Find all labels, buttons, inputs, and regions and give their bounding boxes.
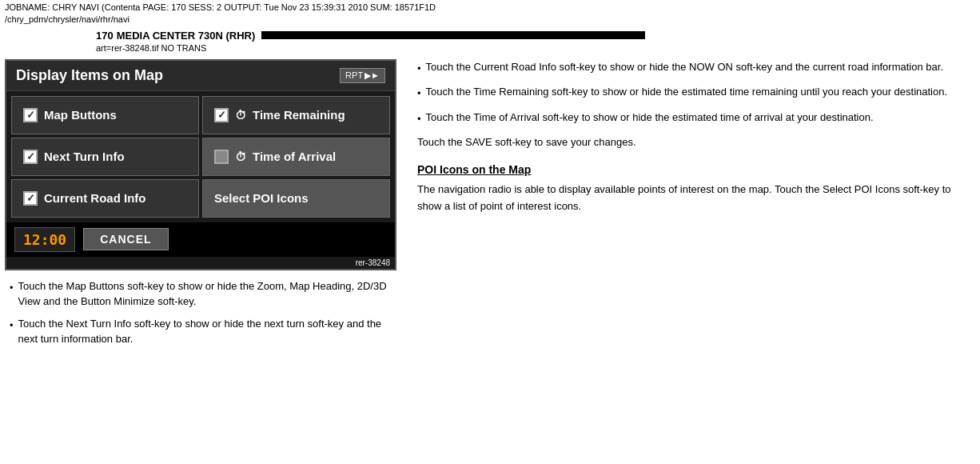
mockup-title: Display Items on Map	[16, 67, 163, 84]
time-of-arrival-cell[interactable]: ⏱ Time of Arrival	[202, 138, 390, 176]
page-number: 170	[96, 30, 114, 42]
time-of-arrival-checkbox[interactable]	[214, 150, 229, 164]
clock-icon-2: ⏱	[235, 150, 246, 163]
mockup-footer: 12:00 CANCEL	[6, 222, 395, 257]
sound-icon: ▶►	[365, 70, 380, 81]
left-bullet-1: • Touch the Map Buttons soft-key to show…	[10, 278, 400, 310]
left-panel: Display Items on Map RPT ▶► Map Buttons …	[5, 59, 404, 354]
map-buttons-cell[interactable]: Map Buttons	[11, 96, 199, 134]
right-bullet-dot-2: •	[417, 86, 421, 102]
rpt-label: RPT	[345, 70, 363, 80]
next-turn-info-cell[interactable]: Next Turn Info	[11, 138, 199, 176]
left-bullet-2: • Touch the Next Turn Info soft-key to s…	[10, 316, 400, 347]
time-remaining-cell[interactable]: ⏱ Time Remaining	[202, 96, 390, 134]
right-bullet-1: • Touch the Current Road Info soft-key t…	[417, 59, 975, 77]
bullet-dot-2: •	[10, 318, 14, 334]
poi-heading-text: POI Icons on the Map	[417, 163, 531, 176]
right-bullet-3: • Touch the Time of Arrival soft-key to …	[417, 110, 975, 127]
art-line: art=rer-38248.tif NO TRANS	[0, 43, 980, 53]
top-header: JOBNAME: CHRY NAVI (Contenta PAGE: 170 S…	[0, 0, 980, 28]
current-road-info-cell[interactable]: Current Road Info	[11, 179, 199, 218]
select-poi-icons-cell[interactable]: Select POI Icons	[202, 179, 390, 218]
right-panel: • Touch the Current Road Info soft-key t…	[417, 59, 975, 354]
mockup-grid: Map Buttons ⏱ Time Remaining Next Turn I…	[6, 91, 395, 222]
next-turn-info-label: Next Turn Info	[44, 150, 125, 163]
mockup-header: Display Items on Map RPT ▶►	[6, 61, 395, 91]
clock-icon-1: ⏱	[235, 109, 246, 122]
right-bullet-dot-3: •	[417, 111, 421, 127]
next-turn-info-checkbox[interactable]	[23, 150, 38, 164]
right-bullet-3-text: Touch the Time of Arrival soft-key to sh…	[426, 110, 874, 126]
time-of-arrival-label: Time of Arrival	[253, 150, 336, 163]
poi-section-heading: POI Icons on the Map	[417, 161, 975, 178]
right-bullet-1-text: Touch the Current Road Info soft-key to …	[426, 59, 943, 75]
time-remaining-checkbox[interactable]	[214, 108, 229, 122]
current-road-info-label: Current Road Info	[44, 191, 146, 205]
map-buttons-checkbox[interactable]	[23, 108, 38, 122]
map-buttons-label: Map Buttons	[44, 108, 117, 122]
save-text: Touch the SAVE soft-key to save your cha…	[417, 134, 975, 151]
mockup-ref: rer-38248	[6, 257, 395, 269]
current-road-info-checkbox[interactable]	[23, 191, 38, 206]
section-title-bar: 170 MEDIA CENTER 730N (RHR)	[0, 28, 980, 43]
right-bullet-dot-1: •	[417, 61, 421, 77]
left-bullet-1-text: Touch the Map Buttons soft-key to show o…	[18, 278, 400, 310]
header-line2: /chry_pdm/chrysler/navi/rhr/navi	[5, 14, 975, 26]
right-bullet-2-text: Touch the Time Remaining soft-key to sho…	[426, 84, 948, 100]
right-bullet-2: • Touch the Time Remaining soft-key to s…	[417, 84, 975, 102]
main-content: Display Items on Map RPT ▶► Map Buttons …	[0, 56, 980, 357]
poi-description: The navigation radio is able to display …	[417, 182, 975, 215]
cancel-button[interactable]: CANCEL	[83, 228, 168, 250]
left-bullets: • Touch the Map Buttons soft-key to show…	[5, 278, 404, 347]
section-title: MEDIA CENTER 730N (RHR)	[117, 30, 256, 42]
header-line1: JOBNAME: CHRY NAVI (Contenta PAGE: 170 S…	[5, 2, 975, 14]
select-poi-icons-label: Select POI Icons	[214, 191, 309, 205]
time-remaining-label: Time Remaining	[253, 108, 345, 122]
bullet-dot-1: •	[10, 280, 14, 296]
title-divider	[261, 31, 645, 39]
ui-mockup: Display Items on Map RPT ▶► Map Buttons …	[5, 59, 396, 270]
rpt-badge: RPT ▶►	[340, 68, 385, 83]
time-display: 12:00	[14, 227, 75, 252]
left-bullet-2-text: Touch the Next Turn Info soft-key to sho…	[18, 316, 400, 347]
